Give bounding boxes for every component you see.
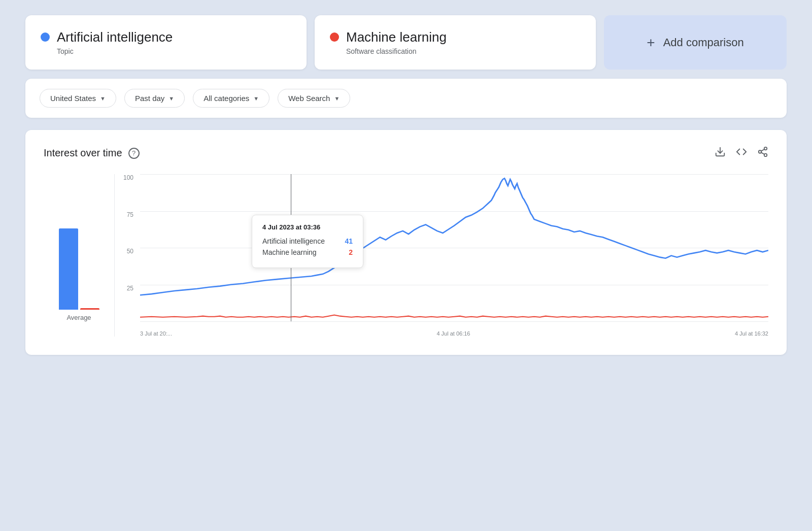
y-labels: 100 75 50 25 [115,174,138,321]
chevron-down-icon: ▼ [253,95,259,102]
tooltip: 4 Jul 2023 at 03:36 Artificial intellige… [252,215,363,268]
time-label: Past day [135,94,164,103]
svg-line-4 [761,153,764,155]
chart-header: Interest over time ? [44,146,768,160]
top-cards: Artificial intelligence Topic Machine le… [25,15,787,70]
ai-line [140,178,768,295]
time-filter[interactable]: Past day ▼ [124,89,185,108]
term-card-ai[interactable]: Artificial intelligence Topic [25,15,307,70]
download-icon[interactable] [715,146,726,160]
chart-area: Average 100 75 50 25 [44,174,768,337]
grid-line-0 [140,321,768,322]
y-label-50: 50 [127,248,133,255]
region-label: United States [50,94,96,103]
tooltip-row-ai: Artificial intelligence 41 [262,237,353,245]
mini-bar-area: Average [44,174,115,337]
add-comparison-card[interactable]: + Add comparison [604,15,787,70]
tooltip-ml-value: 2 [349,248,353,256]
dot-red-icon [330,32,339,42]
main-chart: 100 75 50 25 [115,174,768,337]
term-sub-ml: Software classification [346,47,447,55]
term-sub-ai: Topic [57,47,173,55]
term-title-ai: Artificial intelligence [57,29,173,45]
y-label-75: 75 [127,211,133,218]
help-icon[interactable]: ? [128,148,140,159]
chevron-down-icon: ▼ [168,95,174,102]
y-label-25: 25 [127,285,133,292]
category-filter[interactable]: All categories ▼ [193,89,269,108]
search-filter[interactable]: Web Search ▼ [278,89,350,108]
plus-icon: + [647,35,655,51]
dot-blue-icon [41,32,50,42]
chart-svg [140,174,768,321]
tooltip-ai-value: 41 [345,237,353,245]
add-comparison-label: Add comparison [663,36,744,49]
chart-svg-container [140,174,768,321]
tooltip-row-ml: Machine learning 2 [262,248,353,256]
tooltip-ai-label: Artificial intelligence [262,237,325,245]
y-label-100: 100 [123,174,133,181]
chart-title: Interest over time [44,147,122,159]
search-label: Web Search [288,94,330,103]
term-card-ml[interactable]: Machine learning Software classification [315,15,596,70]
category-label: All categories [204,94,249,103]
x-label-0: 3 Jul at 20:... [140,330,172,337]
tooltip-date: 4 Jul 2023 at 03:36 [262,223,353,231]
embed-icon[interactable] [736,146,747,160]
tooltip-ml-label: Machine learning [262,248,317,256]
x-label-2: 4 Jul at 16:32 [735,330,768,337]
mini-bars [59,208,99,310]
mini-bar-ai [59,228,78,310]
filters-bar: United States ▼ Past day ▼ All categorie… [25,79,787,118]
ml-line [140,315,768,317]
mini-bar-ml [80,308,99,310]
term-title-ml: Machine learning [346,29,447,45]
x-label-1: 4 Jul at 06:16 [436,330,470,337]
region-filter[interactable]: United States ▼ [40,89,116,108]
mini-bar-label: Average [66,314,91,321]
chart-title-area: Interest over time ? [44,147,140,159]
share-icon[interactable] [757,146,768,160]
chevron-down-icon: ▼ [334,95,340,102]
chevron-down-icon: ▼ [100,95,106,102]
chart-card: Interest over time ? [25,130,787,355]
x-labels: 3 Jul at 20:... 4 Jul at 06:16 4 Jul at … [140,327,768,337]
chart-actions [715,146,768,160]
svg-line-5 [761,149,764,151]
